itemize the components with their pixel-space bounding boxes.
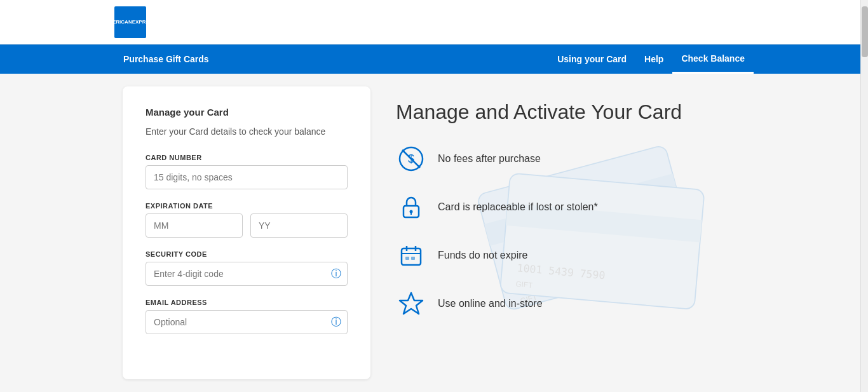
calendar-icon (396, 240, 426, 271)
email-wrapper: ⓘ (146, 310, 348, 334)
nav-left: Purchase Gift Cards (114, 44, 548, 74)
card-number-group: CARD NUMBER (146, 154, 348, 189)
form-card: Manage your Card Enter your Card details… (123, 86, 370, 379)
nav-purchase-gift-cards[interactable]: Purchase Gift Cards (114, 44, 218, 74)
svg-rect-14 (402, 248, 421, 265)
email-group: EMAIL ADDRESS ⓘ (146, 299, 348, 334)
email-help-icon[interactable]: ⓘ (331, 316, 341, 329)
svg-rect-19 (411, 257, 415, 260)
card-number-label: CARD NUMBER (146, 154, 348, 161)
info-panel: 3759 8543 21001 GIFT 1001 5439 7590 GIFT… (370, 86, 745, 379)
no-fees-icon: $ (396, 144, 426, 174)
feature-replaceable: Card is replaceable if lost or stolen* (396, 192, 720, 222)
nav-check-balance[interactable]: Check Balance (672, 44, 754, 74)
feature-online-text: Use online and in-store (438, 298, 543, 309)
feature-no-fees-text: No fees after purchase (438, 153, 541, 165)
amex-logo: AMERICAN EXPRESS (114, 6, 146, 38)
expiry-row (146, 213, 348, 238)
feature-no-expire: Funds do not expire (396, 240, 720, 271)
info-title: Manage and Activate Your Card (396, 99, 720, 126)
form-title: Manage your Card (146, 107, 348, 118)
security-code-group: SECURITY CODE ⓘ (146, 250, 348, 286)
feature-no-expire-text: Funds do not expire (438, 250, 527, 261)
lock-icon (396, 192, 426, 222)
expiration-label: EXPIRATION DATE (146, 202, 348, 210)
expiration-group: EXPIRATION DATE (146, 202, 348, 238)
security-code-input[interactable] (146, 262, 348, 286)
content-wrapper: Manage your Card Enter your Card details… (123, 86, 745, 379)
star-icon (396, 288, 426, 319)
info-content: Manage and Activate Your Card $ No fees … (396, 99, 720, 319)
expiry-yy-input[interactable] (250, 213, 348, 238)
feature-online: Use online and in-store (396, 288, 720, 319)
scrollbar-thumb[interactable] (862, 6, 868, 57)
svg-point-12 (410, 210, 413, 213)
nav-help[interactable]: Help (635, 44, 672, 74)
logo-container: AMERICAN EXPRESS (114, 6, 146, 38)
svg-rect-18 (405, 257, 409, 260)
email-label: EMAIL ADDRESS (146, 299, 348, 306)
header: AMERICAN EXPRESS (0, 0, 868, 44)
expiry-mm-input[interactable] (146, 213, 243, 238)
nav-using-your-card[interactable]: Using your Card (548, 44, 635, 74)
security-code-wrapper: ⓘ (146, 262, 348, 286)
scrollbar-track[interactable] (860, 0, 868, 392)
security-code-help-icon[interactable]: ⓘ (331, 267, 341, 281)
feature-no-fees: $ No fees after purchase (396, 144, 720, 174)
form-subtitle: Enter your Card details to check your ba… (146, 125, 348, 139)
svg-marker-20 (400, 293, 423, 314)
security-code-label: SECURITY CODE (146, 250, 348, 258)
nav-right: Using your Card Help Check Balance (548, 44, 754, 74)
main-content: Manage your Card Enter your Card details… (0, 74, 868, 392)
navigation: Purchase Gift Cards Using your Card Help… (0, 44, 868, 74)
email-input[interactable] (146, 310, 348, 334)
card-number-input[interactable] (146, 165, 348, 189)
feature-replaceable-text: Card is replaceable if lost or stolen* (438, 201, 598, 213)
